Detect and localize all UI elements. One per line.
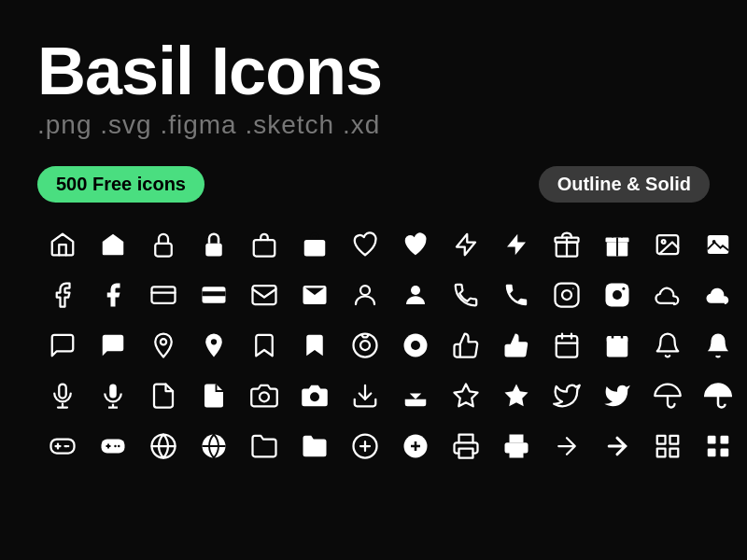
svg-rect-2 <box>254 240 275 257</box>
plus-circle-solid-icon <box>394 425 437 468</box>
home-solid-icon <box>92 223 134 266</box>
svg-marker-38 <box>455 385 478 407</box>
camera-outline-icon <box>243 374 286 417</box>
bookmark-outline-icon <box>243 324 286 367</box>
svg-point-36 <box>310 392 319 401</box>
facebook-outline-icon <box>41 273 84 316</box>
camera-circle-outline-icon <box>344 324 387 367</box>
svg-rect-30 <box>557 336 578 357</box>
badges-row: 500 Free icons Outline & Solid <box>37 166 710 203</box>
gamepad-solid-icon <box>92 425 134 468</box>
svg-rect-51 <box>670 436 679 444</box>
svg-rect-57 <box>721 449 729 457</box>
cloud-outline-icon <box>646 273 689 316</box>
svg-rect-54 <box>708 436 716 444</box>
svg-rect-32 <box>607 336 628 343</box>
map-pin-solid-icon <box>192 324 235 367</box>
svg-rect-48 <box>459 449 473 458</box>
svg-rect-34 <box>109 385 117 399</box>
arrow-right-solid-icon <box>596 425 639 468</box>
mail-outline-icon <box>243 273 286 316</box>
phone-solid-icon <box>495 273 538 316</box>
svg-point-35 <box>260 392 269 401</box>
globe-outline-icon <box>142 425 185 468</box>
phone-outline-icon <box>444 273 487 316</box>
card-solid-icon <box>192 273 235 316</box>
svg-rect-41 <box>102 440 125 454</box>
svg-rect-0 <box>155 244 172 257</box>
svg-point-20 <box>572 288 573 289</box>
bell-outline-icon <box>646 324 689 367</box>
mail-solid-icon <box>293 273 336 316</box>
printer-outline-icon <box>444 425 487 468</box>
bookmark-solid-icon <box>293 324 336 367</box>
gift-solid-icon <box>596 223 639 266</box>
svg-point-17 <box>411 286 420 295</box>
calendar-outline-icon <box>545 324 588 367</box>
user-solid-icon <box>394 273 437 316</box>
svg-point-16 <box>360 286 370 295</box>
file-solid-icon <box>192 374 235 417</box>
svg-point-22 <box>613 290 622 300</box>
umbrella-solid-icon <box>697 374 740 417</box>
map-pin-outline-icon <box>142 324 185 367</box>
svg-point-24 <box>161 339 166 344</box>
svg-rect-53 <box>670 449 679 457</box>
svg-rect-33 <box>59 385 66 399</box>
svg-point-9 <box>662 240 666 244</box>
mic-outline-icon <box>41 374 84 417</box>
main-container: Basil Icons .png .svg .figma .sketch .xd… <box>0 0 747 486</box>
svg-rect-12 <box>152 287 176 303</box>
bolt-solid-icon <box>495 223 538 266</box>
home-outline-icon <box>41 223 84 266</box>
facebook-solid-icon <box>92 273 134 316</box>
svg-rect-14 <box>203 291 226 296</box>
thumbsup-outline-icon <box>444 324 487 367</box>
heart-solid-icon <box>394 223 437 266</box>
chat-outline-icon <box>41 324 84 367</box>
svg-point-43 <box>118 445 120 448</box>
camera-solid-icon <box>293 374 336 417</box>
style-badge: Outline & Solid <box>539 166 710 203</box>
chat-solid-icon <box>92 324 134 367</box>
svg-rect-50 <box>657 436 666 444</box>
page-title: Basil Icons <box>37 37 710 105</box>
instagram-solid-icon <box>596 273 639 316</box>
gift-outline-icon <box>545 223 588 266</box>
svg-point-27 <box>360 341 370 350</box>
svg-rect-1 <box>205 244 222 257</box>
svg-rect-15 <box>253 286 276 304</box>
cloud-solid-icon <box>697 273 740 316</box>
lock-solid-icon <box>192 223 235 266</box>
bolt-outline-icon <box>444 223 487 266</box>
bag-outline-icon <box>243 223 286 266</box>
image-solid-icon <box>697 223 740 266</box>
mic-solid-icon <box>92 374 134 417</box>
camera-circle-solid-icon <box>394 324 437 367</box>
image-outline-icon <box>646 223 689 266</box>
globe-solid-icon <box>192 425 235 468</box>
calendar-solid-icon <box>596 324 639 367</box>
svg-point-23 <box>622 287 625 290</box>
file-outline-icon <box>142 374 185 417</box>
star-outline-icon <box>444 374 487 417</box>
free-badge: 500 Free icons <box>37 166 204 203</box>
instagram-outline-icon <box>545 273 588 316</box>
download-outline-icon <box>344 374 387 417</box>
twitter-solid-icon <box>596 374 639 417</box>
grid-outline-icon <box>646 425 689 468</box>
printer-solid-icon <box>495 425 538 468</box>
card-outline-icon <box>142 273 185 316</box>
svg-point-29 <box>411 341 420 350</box>
star-solid-icon <box>495 374 538 417</box>
svg-rect-52 <box>657 449 666 457</box>
bell-solid-icon <box>697 324 740 367</box>
icons-grid <box>37 223 710 468</box>
svg-rect-55 <box>721 436 729 444</box>
svg-rect-49 <box>510 449 524 458</box>
thumbsup-solid-icon <box>495 324 538 367</box>
download-solid-icon <box>394 374 437 417</box>
svg-point-42 <box>114 445 117 448</box>
svg-rect-18 <box>556 284 579 307</box>
user-outline-icon <box>344 273 387 316</box>
